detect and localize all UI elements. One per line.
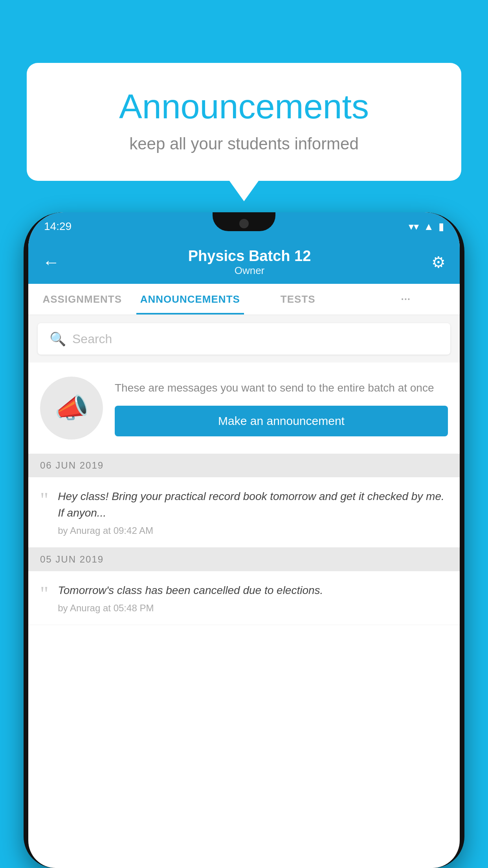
announcement-text-2: Tomorrow's class has been cancelled due … xyxy=(58,582,448,599)
notch xyxy=(213,212,275,231)
status-bar: 14:29 ▾▾ ▲ ▮ xyxy=(28,212,460,241)
status-time: 14:29 xyxy=(44,220,72,233)
announcement-item-2[interactable]: " Tomorrow's class has been cancelled du… xyxy=(28,571,460,625)
speech-bubble: Announcements keep all your students inf… xyxy=(27,63,461,181)
speech-bubble-container: Announcements keep all your students inf… xyxy=(27,63,461,181)
status-icons: ▾▾ ▲ ▮ xyxy=(409,221,444,233)
search-bar[interactable]: 🔍 Search xyxy=(38,323,450,355)
tabs: ASSIGNMENTS ANNOUNCEMENTS TESTS ··· xyxy=(28,284,460,315)
promo-icon-circle: 📣 xyxy=(40,377,103,440)
promo-description: These are messages you want to send to t… xyxy=(115,380,448,396)
promo-card: 📣 These are messages you want to send to… xyxy=(28,362,460,454)
camera xyxy=(239,219,249,228)
announcement-item-1[interactable]: " Hey class! Bring your practical record… xyxy=(28,477,460,548)
signal-icon: ▲ xyxy=(424,221,434,233)
announcement-author-1: by Anurag at 09:42 AM xyxy=(58,525,448,536)
settings-icon[interactable]: ⚙ xyxy=(431,253,446,271)
date-separator-1: 06 JUN 2019 xyxy=(28,454,460,477)
wifi-icon: ▾▾ xyxy=(409,221,419,233)
app-bar: ← Physics Batch 12 Owner ⚙ xyxy=(28,241,460,284)
tab-tests[interactable]: TESTS xyxy=(244,284,352,314)
announcement-content-1: Hey class! Bring your practical record b… xyxy=(58,488,448,536)
promo-content: These are messages you want to send to t… xyxy=(115,380,448,436)
search-icon: 🔍 xyxy=(50,331,66,347)
speech-bubble-title: Announcements xyxy=(58,86,430,127)
battery-icon: ▮ xyxy=(438,221,444,233)
quote-icon-1: " xyxy=(40,490,48,510)
announcement-text-1: Hey class! Bring your practical record b… xyxy=(58,488,448,521)
tab-more[interactable]: ··· xyxy=(352,284,460,314)
announcement-author-2: by Anurag at 05:48 PM xyxy=(58,603,448,614)
app-bar-title-area: Physics Batch 12 Owner xyxy=(68,248,431,277)
app-bar-title: Physics Batch 12 xyxy=(68,248,431,265)
app-bar-subtitle: Owner xyxy=(68,265,431,277)
date-separator-2: 05 JUN 2019 xyxy=(28,548,460,571)
content-area: 🔍 Search 📣 These are messages you want t… xyxy=(28,315,460,625)
quote-icon-2: " xyxy=(40,584,48,604)
phone-inner: 14:29 ▾▾ ▲ ▮ ← Physics Batch 12 Owner ⚙ … xyxy=(28,212,460,868)
speech-bubble-subtitle: keep all your students informed xyxy=(58,134,430,153)
back-button[interactable]: ← xyxy=(42,252,60,272)
phone-frame: 14:29 ▾▾ ▲ ▮ ← Physics Batch 12 Owner ⚙ … xyxy=(24,212,464,868)
announcement-content-2: Tomorrow's class has been cancelled due … xyxy=(58,582,448,614)
megaphone-icon: 📣 xyxy=(55,392,89,424)
search-placeholder: Search xyxy=(72,332,112,346)
tab-announcements[interactable]: ANNOUNCEMENTS xyxy=(136,284,244,314)
tab-assignments[interactable]: ASSIGNMENTS xyxy=(28,284,136,314)
make-announcement-button[interactable]: Make an announcement xyxy=(115,406,448,436)
